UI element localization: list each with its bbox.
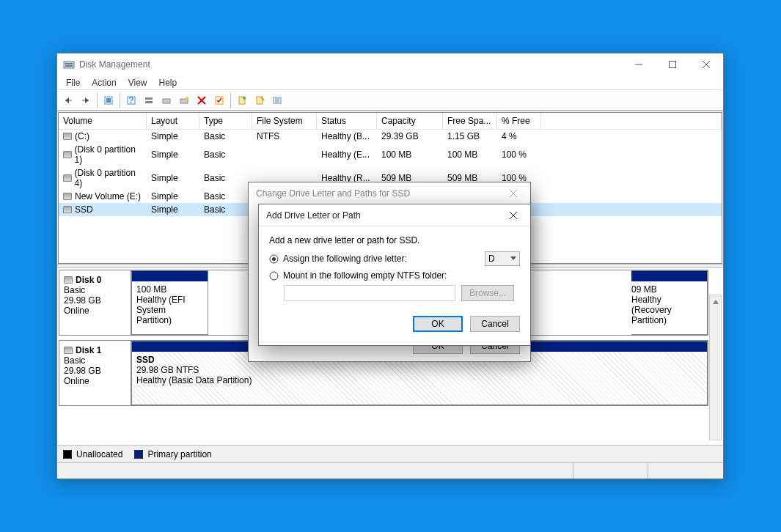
dialog-title: Change Drive Letter and Paths for SSD bbox=[256, 188, 410, 199]
toolbar-separator bbox=[230, 93, 231, 108]
partition-label: Healthy (EFI System Partition) bbox=[136, 295, 203, 325]
disk-partition[interactable]: 100 MBHealthy (EFI System Partition) bbox=[131, 270, 208, 335]
mount-folder-label: Mount in the following empty NTFS folder… bbox=[283, 270, 447, 281]
partition-color-bar bbox=[631, 271, 707, 281]
delete-button[interactable] bbox=[194, 92, 210, 108]
dialog-title-bar[interactable]: Add Drive Letter or Path bbox=[259, 204, 530, 226]
forward-button[interactable] bbox=[78, 92, 94, 108]
volume-cell: (Disk 0 partition 1) bbox=[59, 144, 147, 166]
dialog-close-button[interactable] bbox=[504, 209, 523, 222]
disk-icon bbox=[63, 206, 72, 213]
properties-button[interactable] bbox=[269, 92, 285, 108]
partition-label: 29.98 GB NTFS bbox=[136, 365, 703, 375]
drive-letter-select[interactable]: D bbox=[485, 251, 520, 266]
dialog-button-row: OK Cancel bbox=[259, 310, 530, 341]
volume-cell: Basic bbox=[199, 167, 252, 189]
col-layout[interactable]: Layout bbox=[147, 113, 199, 129]
chevron-down-icon bbox=[510, 256, 516, 261]
col-freespace[interactable]: Free Spa... bbox=[443, 113, 497, 129]
window-title: Disk Management bbox=[79, 59, 622, 70]
col-type[interactable]: Type bbox=[199, 113, 252, 129]
disk-kind: Basic bbox=[64, 285, 126, 295]
disk-icon bbox=[64, 347, 73, 354]
col-filesystem[interactable]: File System bbox=[252, 113, 317, 129]
help-button[interactable]: ? bbox=[123, 92, 139, 108]
menu-help[interactable]: Help bbox=[153, 76, 183, 89]
col-capacity[interactable]: Capacity bbox=[377, 113, 443, 129]
volume-cell: Basic bbox=[199, 130, 252, 142]
toolbar-separator bbox=[97, 93, 98, 108]
dialog-title: Add Drive Letter or Path bbox=[266, 210, 361, 221]
volume-cell: 1.15 GB bbox=[443, 130, 497, 142]
window-controls bbox=[622, 53, 723, 75]
assign-letter-option[interactable]: Assign the following drive letter: D bbox=[269, 251, 520, 266]
col-pctfree[interactable]: % Free bbox=[497, 113, 541, 129]
disk-state: Online bbox=[64, 376, 126, 386]
disk-state: Online bbox=[64, 306, 126, 316]
mount-folder-option[interactable]: Mount in the following empty NTFS folder… bbox=[269, 270, 520, 281]
volume-cell: 100 MB bbox=[377, 144, 443, 166]
volume-cell: New Volume (E:) bbox=[59, 191, 147, 202]
disk-icon bbox=[63, 193, 72, 200]
volume-cell: Basic bbox=[199, 191, 252, 202]
assign-letter-label: Assign the following drive letter: bbox=[283, 254, 407, 264]
volume-cell: NTFS bbox=[252, 130, 317, 142]
action-a-button[interactable] bbox=[176, 92, 192, 108]
menu-view[interactable]: View bbox=[122, 76, 153, 89]
disk-info[interactable]: Disk 1 Basic 29.98 GB Online bbox=[59, 341, 131, 405]
dialog-title-bar: Change Drive Letter and Paths for SSD bbox=[249, 182, 530, 204]
disk-button[interactable] bbox=[158, 92, 175, 108]
partition-label: 100 MB bbox=[136, 284, 203, 295]
drive-letter-value: D bbox=[488, 254, 495, 264]
add-drive-letter-dialog: Add Drive Letter or Path Add a new drive… bbox=[258, 204, 531, 346]
scroll-up-button[interactable] bbox=[710, 295, 721, 308]
svg-rect-1 bbox=[65, 63, 73, 64]
minimize-button[interactable] bbox=[622, 53, 656, 75]
disk-info[interactable]: Disk 0 Basic 29.98 GB Online bbox=[59, 270, 131, 335]
volume-cell: (Disk 0 partition 4) bbox=[59, 167, 147, 189]
disk-size: 29.98 GB bbox=[64, 366, 126, 376]
volume-cell: Simple bbox=[147, 204, 199, 215]
new-button[interactable] bbox=[234, 92, 250, 108]
close-button[interactable] bbox=[689, 53, 723, 75]
legend-label: Primary partition bbox=[147, 449, 211, 459]
settings-button[interactable] bbox=[141, 92, 157, 108]
legend-swatch-unallocated bbox=[63, 450, 72, 459]
partition-label: Healthy (Recovery Partition) bbox=[631, 295, 703, 325]
disk-size: 29.98 GB bbox=[64, 295, 126, 306]
partition-body: 100 MBHealthy (EFI System Partition) bbox=[132, 281, 208, 334]
disk-icon bbox=[63, 174, 72, 182]
col-status[interactable]: Status bbox=[317, 113, 377, 129]
col-tail[interactable] bbox=[541, 113, 722, 129]
scrollbar[interactable] bbox=[709, 295, 722, 440]
action-b-button[interactable] bbox=[252, 92, 268, 108]
mount-path-input bbox=[284, 285, 455, 301]
dialog-close-button[interactable] bbox=[504, 187, 523, 200]
svg-rect-10 bbox=[106, 98, 111, 103]
disk-partition[interactable]: 09 MBHealthy (Recovery Partition) bbox=[631, 270, 708, 335]
menu-action[interactable]: Action bbox=[86, 76, 122, 89]
menu-file[interactable]: File bbox=[60, 76, 86, 89]
volume-cell: (C:) bbox=[59, 130, 147, 142]
ok-button[interactable]: OK bbox=[413, 316, 463, 332]
volume-row[interactable]: (Disk 0 partition 1)SimpleBasicHealthy (… bbox=[59, 143, 722, 166]
disk-icon bbox=[63, 151, 72, 158]
cancel-button[interactable]: Cancel bbox=[470, 316, 520, 332]
volume-cell: Basic bbox=[199, 204, 252, 215]
volume-cell: 100 % bbox=[497, 144, 541, 166]
title-bar: Disk Management bbox=[57, 53, 723, 75]
volume-cell: 29.39 GB bbox=[377, 130, 443, 142]
maximize-button[interactable] bbox=[656, 53, 689, 75]
disk-kind: Basic bbox=[64, 355, 126, 366]
refresh-button[interactable] bbox=[100, 92, 117, 108]
check-button[interactable] bbox=[211, 92, 227, 108]
col-volume[interactable]: Volume bbox=[59, 113, 147, 129]
radio-unselected-icon bbox=[269, 271, 279, 281]
back-button[interactable] bbox=[60, 92, 76, 108]
legend-primary: Primary partition bbox=[134, 449, 211, 459]
volume-row[interactable]: (C:)SimpleBasicNTFSHealthy (B...29.39 GB… bbox=[59, 130, 722, 143]
svg-rect-14 bbox=[145, 101, 153, 103]
svg-rect-4 bbox=[670, 62, 676, 68]
disk-name: Disk 0 bbox=[76, 275, 101, 285]
status-segment bbox=[573, 463, 649, 479]
